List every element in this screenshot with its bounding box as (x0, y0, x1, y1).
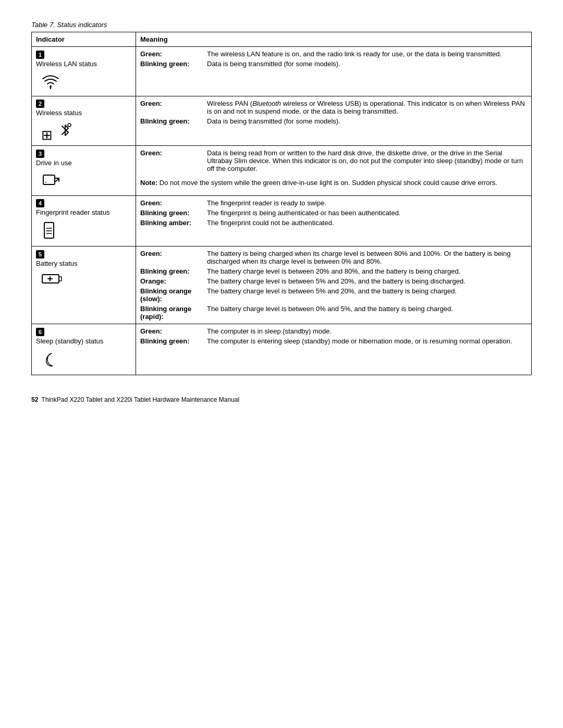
row-number-6: 6 (36, 328, 44, 336)
meaning-cell-6: Green:The computer is in sleep (standby)… (136, 324, 532, 375)
indicator-label-1: Wireless LAN status (36, 60, 131, 68)
table-row: 4Fingerprint reader status Green:The fin… (32, 195, 532, 246)
meaning-label-5-1: Blinking green: (140, 267, 203, 275)
row-number-1: 1 (36, 51, 44, 59)
meaning-cell-4: Green:The fingerprint reader is ready to… (136, 195, 532, 246)
table-row: 2Wireless status⊞︎ Green:Wireless PAN (B… (32, 96, 532, 146)
meaning-label-5-0: Green: (140, 250, 203, 257)
table-row: 3Drive in use Green:Data is being read f… (32, 146, 532, 196)
footer: 52ThinkPad X220 Tablet and X220i Tablet … (31, 396, 532, 403)
svg-point-3 (68, 124, 71, 127)
meaning-desc-2-0: Wireless PAN (Bluetooth wireless or Wire… (207, 100, 527, 115)
svg-rect-12 (59, 277, 62, 281)
meaning-desc-1-0: The wireless LAN feature is on, and the … (207, 50, 527, 58)
svg-point-2 (50, 85, 52, 88)
meaning-desc-5-3: The battery charge level is between 5% a… (207, 287, 527, 295)
indicator-cell-6: 6Sleep (standby) status (32, 324, 136, 375)
meaning-desc-4-1: The fingerprint is being authenticated o… (207, 209, 527, 217)
indicator-label-5: Battery status (36, 260, 131, 267)
meaning-label-3-0: Green: (140, 149, 203, 157)
meaning-label-1-1: Blinking green: (140, 60, 203, 68)
table-caption: Table 7. Status indicators (31, 21, 532, 29)
drive-icon (41, 171, 131, 192)
meaning-cell-2: Green:Wireless PAN (Bluetooth wireless o… (136, 96, 532, 146)
status-indicators-table: Indicator Meaning 1Wireless LAN status G… (31, 32, 532, 375)
meaning-desc-5-0: The battery is being charged when its ch… (207, 250, 527, 265)
indicator-cell-5: 5Battery status (32, 246, 136, 324)
fingerprint-icon (41, 220, 131, 243)
row-number-3: 3 (36, 150, 44, 158)
meaning-grid-1: Green:The wireless LAN feature is on, an… (140, 50, 527, 68)
table-row: 1Wireless LAN status Green:The wireless … (32, 47, 532, 96)
meaning-desc-5-1: The battery charge level is between 20% … (207, 267, 527, 275)
meaning-label-5-2: Orange: (140, 277, 203, 285)
meaning-desc-4-0: The fingerprint reader is ready to swipe… (207, 199, 527, 207)
meaning-cell-5: Green:The battery is being charged when … (136, 246, 532, 324)
meaning-label-5-4: Blinking orange (rapid): (140, 305, 203, 320)
meaning-desc-5-2: The battery charge level is between 5% a… (207, 277, 527, 285)
row-number-5: 5 (36, 250, 44, 258)
meaning-desc-3-0: Data is being read from or written to th… (207, 149, 527, 172)
meaning-label-2-0: Green: (140, 100, 203, 107)
meaning-grid-4: Green:The fingerprint reader is ready to… (140, 199, 527, 227)
note-3: Note: Do not move the system while the g… (140, 179, 527, 187)
indicator-cell-3: 3Drive in use (32, 146, 136, 196)
meaning-label-4-2: Blinking amber: (140, 219, 203, 227)
indicator-label-6: Sleep (standby) status (36, 337, 131, 345)
indicator-label-3: Drive in use (36, 159, 131, 167)
meaning-desc-1-1: Data is being transmitted (for some mode… (207, 60, 527, 68)
svg-rect-4 (43, 175, 55, 184)
meaning-label-1-0: Green: (140, 50, 203, 58)
meaning-label-5-3: Blinking orange (slow): (140, 287, 203, 303)
meaning-label-6-0: Green: (140, 327, 203, 335)
meaning-cell-3: Green:Data is being read from or written… (136, 146, 532, 196)
page-number: 52 (31, 396, 38, 403)
meaning-label-4-1: Blinking green: (140, 209, 203, 217)
meaning-label-6-1: Blinking green: (140, 337, 203, 345)
wifi-icon (41, 72, 131, 93)
table-row: 5Battery status Green:The battery is bei… (32, 246, 532, 324)
indicator-cell-2: 2Wireless status⊞︎ (32, 96, 136, 146)
meaning-desc-4-2: The fingerprint could not be authenticat… (207, 219, 527, 227)
meaning-grid-5: Green:The battery is being charged when … (140, 250, 527, 320)
battery-icon (41, 272, 131, 289)
table-row: 6Sleep (standby) status Green:The comput… (32, 324, 532, 375)
meaning-grid-2: Green:Wireless PAN (Bluetooth wireless o… (140, 100, 527, 125)
indicator-label-2: Wireless status (36, 109, 131, 117)
sleep-icon (41, 349, 131, 372)
col-header-indicator: Indicator (32, 32, 136, 47)
row-number-4: 4 (36, 199, 44, 207)
col-header-meaning: Meaning (136, 32, 532, 47)
meaning-desc-5-4: The battery charge level is between 0% a… (207, 305, 527, 313)
indicator-label-4: Fingerprint reader status (36, 208, 131, 216)
indicator-cell-1: 1Wireless LAN status (32, 47, 136, 96)
meaning-desc-2-1: Data is being transmitted (for some mode… (207, 117, 527, 125)
meaning-label-4-0: Green: (140, 199, 203, 207)
bluetooth-icon: ⊞︎ (41, 121, 131, 142)
meaning-desc-6-0: The computer is in sleep (standby) mode. (207, 327, 527, 335)
svg-rect-7 (44, 223, 54, 238)
meaning-cell-1: Green:The wireless LAN feature is on, an… (136, 47, 532, 96)
indicator-cell-4: 4Fingerprint reader status (32, 195, 136, 246)
meaning-desc-6-1: The computer is entering sleep (standby)… (207, 337, 527, 345)
meaning-grid-3: Green:Data is being read from or written… (140, 149, 527, 187)
meaning-grid-6: Green:The computer is in sleep (standby)… (140, 327, 527, 345)
footer-text: ThinkPad X220 Tablet and X220i Tablet Ha… (41, 396, 239, 403)
meaning-label-2-1: Blinking green: (140, 117, 203, 125)
row-number-2: 2 (36, 100, 44, 108)
